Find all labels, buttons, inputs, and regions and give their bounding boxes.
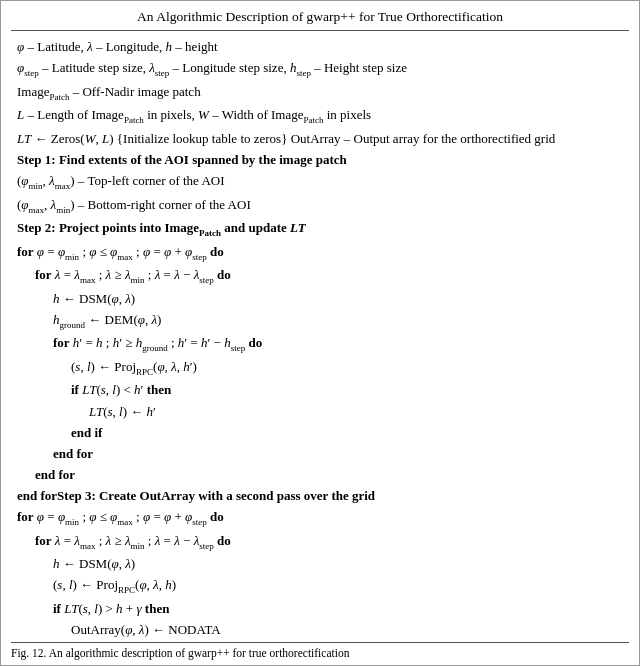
line-4: L – Length of ImagePatch in pixels, W – … <box>17 105 623 128</box>
lt-assign-hprime: LT(s, l) ← h′ <box>17 402 623 422</box>
end-for-hprime: end for <box>17 444 623 464</box>
proj-rpc-assign: (s, l) ← ProjRPC(φ, λ, h′) <box>17 357 623 380</box>
line-3: ImagePatch – Off-Nadir image patch <box>17 82 623 105</box>
figure-container: An Algorithmic Description of gwarp++ fo… <box>0 0 640 666</box>
for-phi-loop: for φ = φmin ; φ ≤ φmax ; φ = φ + φstep … <box>17 242 623 265</box>
outarray-nodata: OutArray(φ, λ) ← NODATA <box>17 620 623 638</box>
step1-heading: Step 1: Find extents of the AOI spanned … <box>17 150 623 170</box>
for-lambda-loop2: for λ = λmax ; λ ≥ λmin ; λ = λ − λstep … <box>17 531 623 554</box>
h-assign: h ← DSM(φ, λ) <box>17 289 623 309</box>
end-for-lambda: end for <box>17 465 623 485</box>
figure-caption: Fig. 12. An algorithmic description of g… <box>11 642 629 659</box>
line-7: (φmin, λmax) – Top-left corner of the AO… <box>17 171 623 194</box>
h-assign2: h ← DSM(φ, λ) <box>17 554 623 574</box>
for-hprime-loop: for h′ = h ; h′ ≥ hground ; h′ = h′ − hs… <box>17 333 623 356</box>
end-for-phi-step3: end forStep 3: Create OutArray with a se… <box>17 486 623 506</box>
line-1: φ – Latitude, λ – Longitude, h – height <box>17 37 623 57</box>
line-2: φstep – Latitude step size, λstep – Long… <box>17 58 623 81</box>
line-5: LT ← Zeros(W, L) {Initialize lookup tabl… <box>17 129 623 149</box>
if-lt-hprime: if LT(s, l) < h′ then <box>17 380 623 400</box>
algorithm-content: φ – Latitude, λ – Longitude, h – height … <box>11 37 629 638</box>
if-lt-h-gamma: if LT(s, l) > h + γ then <box>17 599 623 619</box>
line-8: (φmax, λmin) – Bottom-right corner of th… <box>17 195 623 218</box>
figure-title: An Algorithmic Description of gwarp++ fo… <box>11 9 629 31</box>
step2-heading: Step 2: Project points into ImagePatch a… <box>17 218 623 241</box>
end-if-inner: end if <box>17 423 623 443</box>
hground-assign: hground ← DEM(φ, λ) <box>17 310 623 333</box>
sl-assign2: (s, l) ← ProjRPC(φ, λ, h) <box>17 575 623 598</box>
for-lambda-loop: for λ = λmax ; λ ≥ λmin ; λ = λ − λstep … <box>17 265 623 288</box>
for-phi-loop2: for φ = φmin ; φ ≤ φmax ; φ = φ + φstep … <box>17 507 623 530</box>
